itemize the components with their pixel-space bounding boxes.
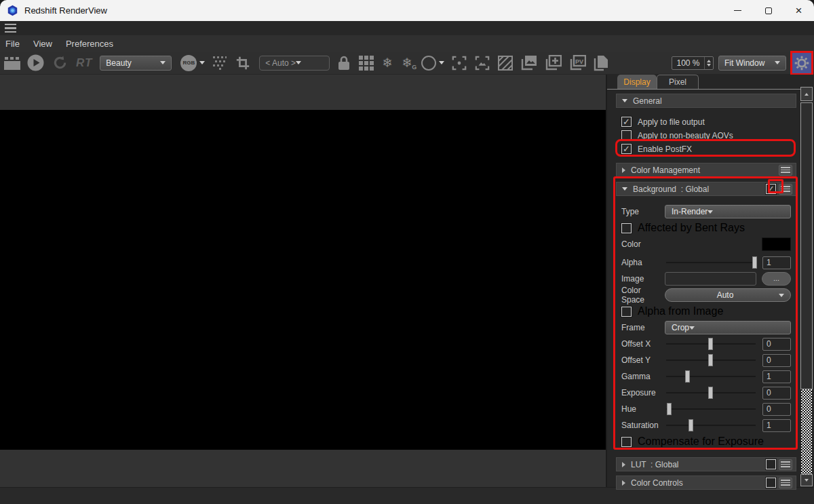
render-viewport[interactable] [0,75,606,487]
snapshot-add-icon[interactable] [545,55,562,71]
snapshot-pv-icon[interactable]: PV [570,55,586,71]
alpha-from-image-row: Alpha from Image [621,305,791,318]
crop-icon[interactable] [235,56,250,71]
section-menu-icon[interactable] [779,184,792,195]
scroll-up-button[interactable] [800,87,813,101]
gamma-value[interactable]: 1 [762,370,791,383]
dither-icon[interactable] [212,56,227,71]
fit-window-dropdown[interactable]: Fit Window [718,56,786,71]
offset-y-value[interactable]: 0 [762,354,791,367]
channel-rgb-button[interactable]: RGB [180,55,197,71]
apply-file-output-checkbox[interactable]: ✓ [621,117,632,127]
color-swatch[interactable] [762,237,791,251]
bent-rays-checkbox[interactable] [621,223,632,233]
section-menu-icon[interactable] [779,478,792,488]
rt-toggle[interactable]: RT [76,56,92,70]
browse-image-button[interactable]: ... [762,272,791,286]
hamburger-icon[interactable] [5,24,16,33]
svg-text:PV: PV [575,58,583,65]
lock-icon[interactable] [337,55,351,71]
type-dropdown[interactable]: In-Render [665,205,791,218]
section-menu-icon[interactable] [779,459,792,470]
zoom-spinner[interactable] [704,57,713,69]
saturation-value[interactable]: 1 [762,419,791,432]
menu-file[interactable]: File [5,39,20,49]
menu-preferences[interactable]: Preferences [66,39,113,49]
panel-scrollbar[interactable] [800,87,813,486]
section-color-controls[interactable]: Color Controls [616,476,796,490]
minimize-button[interactable] [722,0,753,21]
alpha-slider[interactable] [665,256,757,269]
section-lut[interactable]: LUT : Global [616,457,796,471]
section-background[interactable]: Background : Global ✓ [616,182,796,196]
close-button[interactable]: × [783,0,814,21]
spin-up-icon [707,60,711,62]
exposure-row: Exposure 0 [621,386,791,400]
saturation-slider[interactable] [665,419,757,431]
row-label: Hue [621,404,665,414]
section-color-management[interactable]: Color Management [616,163,796,177]
circle-dropdown-icon[interactable] [439,61,444,64]
restart-icon[interactable] [52,55,68,71]
color-controls-enabled-checkbox[interactable] [766,478,776,488]
exposure-value[interactable]: 0 [762,387,791,400]
expand-arrow-icon [622,168,625,173]
compensate-checkbox[interactable] [621,437,632,447]
snapshot-auto-dropdown[interactable]: < Auto > [259,56,330,71]
apply-nonbeauty-checkbox[interactable] [621,130,632,140]
expand-arrow-icon [622,480,625,486]
postfx-settings-button[interactable] [790,51,813,75]
zoom-value: 100 % [672,58,704,68]
colorspace-dropdown[interactable]: Auto [665,288,791,302]
alpha-from-image-checkbox[interactable] [621,307,632,317]
settings-panel: Display Pixel General ✓ Apply to file ou… [606,75,814,487]
focus-icon[interactable] [452,56,467,71]
background-enabled-checkbox[interactable]: ✓ [766,184,776,194]
film-icon[interactable] [3,56,21,71]
section-menu-icon[interactable] [779,165,792,176]
snowflake-g-icon[interactable]: ❄G [402,56,412,69]
collapse-arrow-icon [622,187,627,191]
bent-rays-row: Affected by Bent Rays [621,221,791,235]
aov-dropdown[interactable]: Beauty [100,56,172,71]
zoom-spinbox[interactable]: 100 % [672,56,714,70]
alpha-value[interactable]: 1 [762,256,791,269]
offset-y-slider[interactable] [665,354,757,366]
exposure-slider[interactable] [665,387,757,399]
maximize-button[interactable] [753,0,783,21]
offset-x-slider[interactable] [665,338,757,350]
snowflake-icon[interactable]: ❄ [382,56,393,69]
scrollbar-track[interactable] [801,389,812,474]
diagonal-compare-icon[interactable] [498,56,513,71]
channel-dropdown-icon[interactable] [199,61,205,64]
chevron-down-icon [160,61,166,64]
arrow-up-icon [805,93,809,96]
menu-bar: File View Preferences [0,35,814,52]
tab-pixel[interactable]: Pixel [657,75,699,89]
row-label: Exposure [621,388,665,398]
hue-slider[interactable] [665,403,757,415]
scrollbar-thumb[interactable] [800,102,813,389]
tab-display[interactable]: Display [617,75,657,89]
menu-view[interactable]: View [33,39,52,49]
grid-icon[interactable] [359,56,374,71]
frame-dropdown[interactable]: Crop [665,321,791,334]
section-title: LUT : Global [631,460,678,469]
lut-enabled-checkbox[interactable] [766,459,776,469]
snapshot-image-icon[interactable] [521,55,537,71]
section-general[interactable]: General [616,94,796,108]
image-path-input[interactable] [665,272,756,286]
checkbox-label: Enable PostFX [638,144,692,154]
hue-value[interactable]: 0 [762,403,791,416]
scroll-down-button[interactable] [800,474,813,486]
offset-x-value[interactable]: 0 [762,338,791,351]
aov-dropdown-value: Beauty [106,58,131,68]
play-icon[interactable] [27,54,44,71]
circle-icon[interactable] [421,56,436,71]
fit-region-icon[interactable] [475,56,490,71]
copy-icon[interactable] [594,55,609,71]
frame-value: Crop [672,323,689,332]
enable-postfx-checkbox[interactable]: ✓ [621,144,632,154]
gamma-slider[interactable] [665,370,757,383]
gamma-row: Gamma 1 [621,370,791,383]
